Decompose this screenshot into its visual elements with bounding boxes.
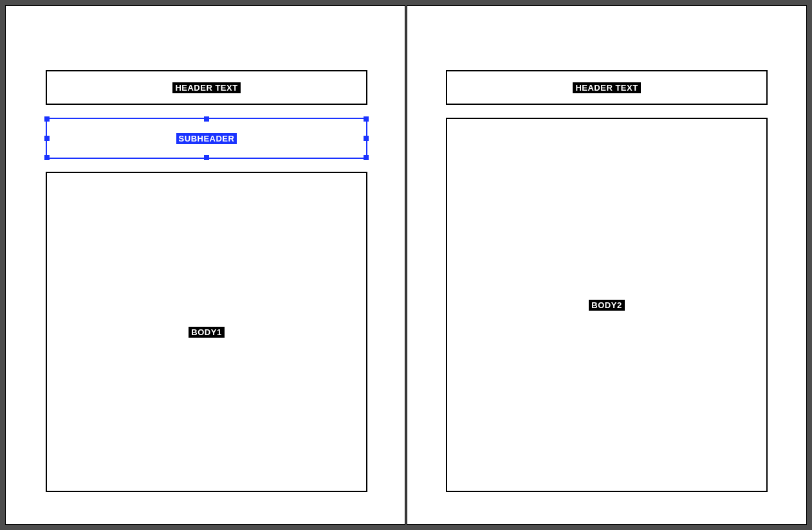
selection-handle-bottom-left[interactable] — [44, 155, 50, 160]
body-frame[interactable]: BODY1 — [46, 172, 367, 492]
selection-handle-bottom-right[interactable] — [364, 155, 369, 160]
selection-handle-middle-left[interactable] — [44, 136, 50, 141]
subheader-frame-label: SUBHEADER — [176, 133, 237, 144]
selection-handle-middle-right[interactable] — [364, 136, 369, 141]
header-frame-label: HEADER TEXT — [172, 82, 240, 93]
body-frame-label: BODY2 — [589, 300, 624, 311]
subheader-frame[interactable]: SUBHEADER — [46, 118, 367, 159]
header-frame[interactable]: HEADER TEXT — [446, 70, 768, 105]
selection-handle-top-right[interactable] — [364, 116, 369, 122]
body-frame-label: BODY1 — [189, 327, 224, 338]
page-1[interactable]: HEADER TEXT SUBHEADER BODY1 — [5, 5, 405, 525]
header-frame-label: HEADER TEXT — [573, 82, 640, 93]
page-2[interactable]: HEADER TEXT BODY2 — [407, 5, 807, 525]
selection-handle-bottom-center[interactable] — [204, 155, 209, 160]
selection-handle-top-left[interactable] — [44, 116, 50, 122]
header-frame[interactable]: HEADER TEXT — [46, 70, 367, 105]
body-frame[interactable]: BODY2 — [446, 118, 768, 492]
selection-handle-top-center[interactable] — [204, 116, 209, 122]
workspace: HEADER TEXT SUBHEADER BODY1 HEADER TEXT … — [5, 5, 807, 525]
